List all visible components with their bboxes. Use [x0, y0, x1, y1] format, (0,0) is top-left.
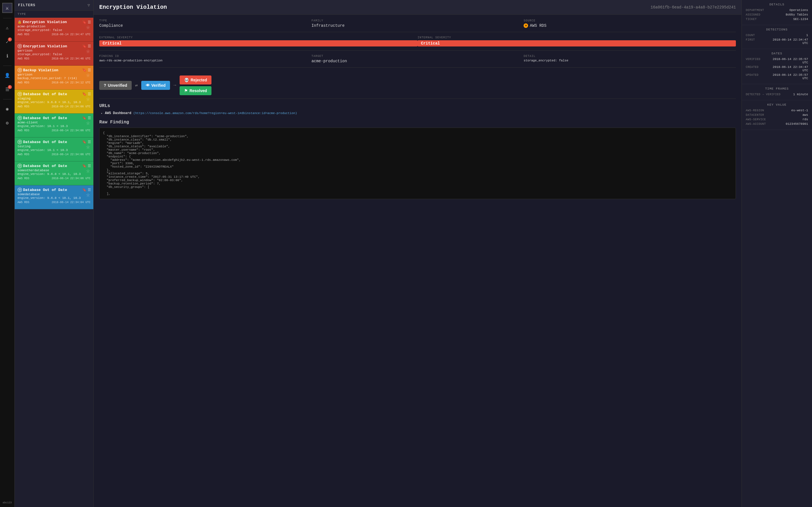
menu-icon[interactable]: ☰ [88, 20, 91, 24]
rp-datacenter-row: DATACENTER aws [746, 113, 808, 117]
alert-source: AWS RDS [17, 129, 29, 132]
right-panel: DETAILS DEPARTMENT Operations ASSIGNED B… [742, 0, 812, 507]
sidebar-header: FILTERS ▽ [15, 0, 93, 11]
alert-source: AWS RDS [17, 153, 29, 156]
rp-created-value: 2018-06-14 22:34:47 UTC [770, 65, 808, 72]
detail-label: DETAIL [523, 55, 736, 58]
menu-icon[interactable]: ☰ [88, 187, 91, 192]
nav-family[interactable]: 👤 [3, 71, 12, 80]
menu-icon[interactable]: ☰ [88, 116, 91, 120]
alert-footer: AWS RDS 2018-06-14 22:34:46 UTC [17, 57, 91, 60]
bookmark-icon[interactable]: 🔖 [82, 164, 87, 168]
source-value: a AWS RDS [523, 23, 736, 28]
bookmark-icon[interactable]: 🔖 [82, 68, 87, 72]
bookmark-icon[interactable]: 🔖 [82, 92, 87, 96]
url-href[interactable]: (https://console.aws.amazon.com/rds/home… [133, 112, 297, 115]
menu-icon[interactable]: ☰ [88, 92, 91, 96]
rp-first-value: 2018-06-14 22:34:47 UTC [770, 38, 808, 45]
amazon-logo-watermark: * [85, 145, 91, 156]
rp-assigned-label: ASSIGNED [746, 13, 760, 16]
alert-timestamp: 2018-06-14 22:34:06 UTC [52, 129, 91, 132]
rejected-icon: 💀 [184, 78, 189, 82]
alert-detail: storage_encrypted: false [17, 53, 91, 56]
alert-detail: engine_version: 9.6.8 < 10.1, 10.3 [17, 172, 91, 176]
alert-card[interactable]: 🔖 ☰ ? Database Out of Date somedatabase … [15, 185, 93, 209]
alert-card-header: 🔒 Encryption Violation [17, 20, 91, 24]
alert-card-actions: 🔖 ☰ [82, 68, 91, 72]
alert-source: AWS RDS [17, 105, 29, 108]
status-right-group: 💀 Rejected ⚑ Resolved [180, 75, 211, 95]
alert-title: Encryption Violation [23, 44, 67, 48]
source-text: AWS RDS [530, 23, 546, 28]
amazon-logo-watermark: * [85, 49, 91, 60]
int-severity-badge: Critical [417, 40, 736, 47]
rp-datacenter-value: aws [802, 113, 808, 117]
amazon-logo-watermark: * [85, 168, 91, 180]
alert-detail: engine_version: 10.1 < 10.3 [17, 149, 91, 152]
bookmark-icon[interactable]: 🔖 [82, 116, 87, 120]
rp-keyvalue-section: KEY VALUE AWS-REGION eu-west-1 DATACENTE… [742, 100, 812, 130]
nav-check[interactable]: ✓ 1 [3, 38, 12, 47]
type-value: Compliance [99, 23, 312, 28]
type-section-label: TYPE [15, 11, 93, 18]
unverified-button[interactable]: ? Unverified [99, 81, 132, 90]
alert-timestamp: 2018-06-14 22:34:12 UTC [52, 81, 91, 84]
alert-card[interactable]: 🔖 ☰ ? Database Out of Date testing engin… [15, 137, 93, 161]
url-list: AWS Dashboard (https://console.aws.amazo… [99, 111, 736, 115]
alert-card[interactable]: 🔖 ☰ ? Database Out of Date staging engin… [15, 90, 93, 114]
finding-id-label: FINDING ID [99, 55, 312, 58]
nav-username: abc123 [3, 501, 11, 504]
alert-card-header: ? Database Out of Date [17, 164, 91, 168]
nav-info[interactable]: ℹ [3, 52, 12, 61]
rejected-button[interactable]: 💀 Rejected [180, 75, 211, 84]
alert-card[interactable]: 🔖 ☰ 🔒 Encryption Violation acme-producti… [15, 18, 93, 42]
urls-section-title: URLs [99, 103, 736, 108]
rp-datacenter-label: DATACENTER [746, 114, 764, 117]
nav-list[interactable]: ☰ 1 [3, 85, 12, 94]
alert-card[interactable]: 🔖 ☰ ? Backup Violation garrison backup_r… [15, 66, 93, 90]
nav-wifi[interactable]: ◉ [3, 105, 12, 114]
rp-count-label: COUNT [746, 34, 755, 37]
alert-card[interactable]: 🔖 ☰ ? Database Out of Date acme-client e… [15, 114, 93, 137]
alert-detail: engine_version: 10.1 < 10.3 [17, 124, 91, 128]
rp-aws-account-row: AWS-ACCOUNT 012345678901 [746, 122, 808, 126]
nav-settings[interactable]: ⚙ [3, 119, 12, 128]
meta-row-3: FINDING ID aws-rds-acme-production-encry… [99, 55, 736, 68]
bookmark-icon[interactable]: 🔖 [82, 44, 87, 48]
alert-footer: AWS RDS 2018-06-14 22:34:06 UTC [17, 153, 91, 156]
menu-icon[interactable]: ☰ [88, 164, 91, 168]
resolved-button[interactable]: ⚑ Resolved [180, 86, 211, 95]
bookmark-icon[interactable]: 🔖 [82, 140, 87, 144]
alert-card[interactable]: 🔖 ☰ ? Encryption Violation garrison stor… [15, 42, 93, 66]
menu-icon[interactable]: ☰ [88, 140, 91, 144]
nav-alerts[interactable]: ⚠ [3, 23, 12, 33]
list-badge: 1 [8, 85, 12, 89]
ext-severity-badge: Critical [99, 40, 417, 47]
alert-card-actions: 🔖 ☰ [82, 140, 91, 144]
bookmark-icon[interactable]: 🔖 [82, 20, 87, 24]
meta-int-severity: INTERNAL SEVERITY Critical [417, 36, 736, 47]
rp-aws-region-row: AWS-REGION eu-west-1 [746, 109, 808, 112]
rp-detections-section: DETECTIONS COUNT 1 FIRST 2018-06-14 22:3… [742, 25, 812, 49]
alert-card[interactable]: 🔖 ☰ ? Database Out of Date someotherdata… [15, 161, 93, 185]
alert-card-header: ? Database Out of Date [17, 140, 91, 144]
logo-icon[interactable]: ⚔ [2, 3, 12, 13]
verified-icon: 👁 [146, 83, 150, 88]
resolved-icon: ⚑ [184, 89, 188, 93]
rp-detected-verified-label: DETECTED → VERIFIED [746, 93, 781, 96]
alert-sub: staging [17, 97, 91, 100]
rp-created-row: CREATED 2018-06-14 22:34:47 UTC [746, 65, 808, 72]
menu-icon[interactable]: ☰ [88, 68, 91, 72]
rp-assigned-row: ASSIGNED Bobby Tables [746, 13, 808, 16]
filter-button[interactable]: ▽ [88, 3, 90, 8]
unverified-icon: ? [104, 83, 106, 88]
main-body: TYPE Compliance FAMILY Infrastructure SO… [94, 15, 742, 507]
menu-icon[interactable]: ☰ [88, 44, 91, 48]
ext-severity-label: EXTERNAL SEVERITY [99, 36, 417, 39]
finding-id-value: aws-rds-acme-production-encryption [99, 59, 312, 62]
alert-timestamp: 2018-06-14 22:34:06 UTC [52, 105, 91, 108]
verified-button[interactable]: 👁 Verified [141, 81, 170, 90]
bookmark-icon[interactable]: 🔖 [82, 187, 87, 192]
alert-card-header: ? Database Out of Date [17, 187, 91, 192]
transfer-arrows-icon: ⇌ [135, 82, 138, 88]
